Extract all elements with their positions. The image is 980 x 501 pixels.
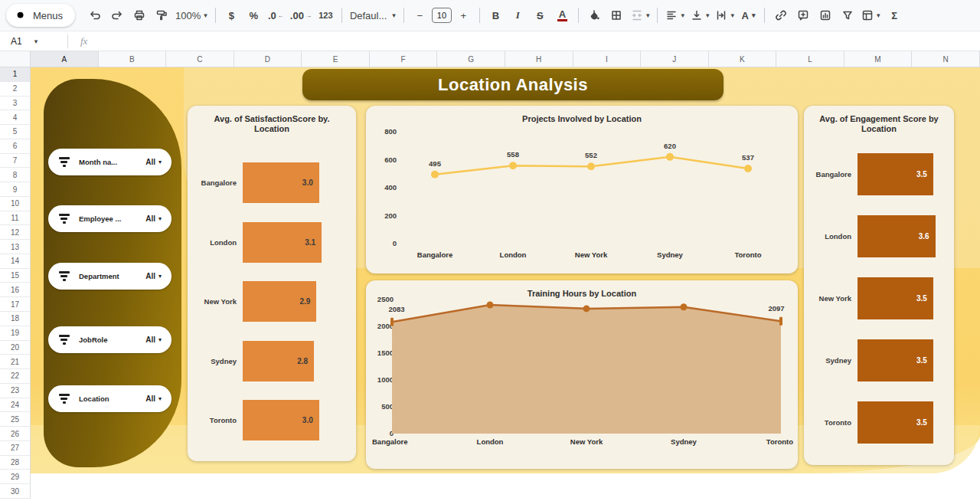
y-tick-label: 0 — [393, 239, 397, 247]
text-rotation-button[interactable]: A ▾ — [738, 5, 759, 26]
select-all-corner[interactable] — [0, 51, 31, 67]
row-header-21[interactable]: 21 — [0, 355, 31, 369]
table-tools-button[interactable]: ▾ — [859, 5, 883, 26]
row-header-7[interactable]: 7 — [0, 154, 31, 169]
row-header-19[interactable]: 19 — [0, 326, 31, 341]
slicer-month-na---[interactable]: Month na...All▾ — [48, 149, 172, 175]
increase-font-size-button[interactable]: + — [453, 5, 474, 26]
column-header-B[interactable]: B — [99, 51, 167, 67]
paint-format-button[interactable] — [151, 5, 172, 26]
print-button[interactable] — [129, 5, 149, 26]
column-header-G[interactable]: G — [437, 51, 505, 67]
row-header-12[interactable]: 12 — [0, 225, 31, 240]
insert-comment-button[interactable] — [792, 5, 813, 26]
chart-title: Avg. of SatisfactionScore by. Location — [188, 106, 356, 134]
name-box[interactable]: A1 ▾ — [0, 36, 67, 47]
column-header-A[interactable]: A — [31, 51, 99, 67]
functions-button[interactable]: Σ — [884, 5, 905, 26]
row-header-16[interactable]: 16 — [0, 283, 31, 297]
column-header-H[interactable]: H — [505, 51, 573, 67]
font-size-input[interactable]: 10 — [432, 8, 452, 23]
bar-row: Toronto3.0 — [188, 391, 356, 450]
column-header-M[interactable]: M — [844, 51, 913, 67]
text-color-icon: A — [557, 10, 567, 21]
merge-cells-button[interactable]: ▾ — [629, 5, 652, 26]
italic-button[interactable]: I — [508, 5, 528, 26]
font-dropdown[interactable]: Defaul... ▾ — [348, 5, 398, 26]
row-header-9[interactable]: 9 — [0, 182, 31, 197]
column-header-N[interactable]: N — [912, 51, 980, 67]
column-header-E[interactable]: E — [302, 51, 370, 67]
row-header-17[interactable]: 17 — [0, 297, 31, 312]
redo-button[interactable] — [106, 5, 127, 26]
zoom-dropdown[interactable]: 100% ▾ — [173, 5, 210, 26]
chart-projects-involved[interactable]: Projects Involved by Location 8006004002… — [366, 106, 798, 273]
row-header-1[interactable]: 1 — [0, 67, 31, 82]
insert-link-button[interactable] — [770, 5, 791, 26]
row-header-3[interactable]: 3 — [0, 97, 31, 111]
x-tick-label: Bangalore — [372, 437, 407, 446]
slicer-employee----[interactable]: Employee ...All▾ — [48, 205, 172, 232]
row-header-25[interactable]: 25 — [0, 412, 31, 427]
slicer-value: All — [145, 395, 155, 403]
chart-training-hours[interactable]: Training Hours by Location 2500200015001… — [366, 280, 798, 469]
row-header-8[interactable]: 8 — [0, 168, 31, 182]
row-header-14[interactable]: 14 — [0, 254, 31, 269]
format-percent-button[interactable]: % — [243, 5, 264, 26]
row-header-26[interactable]: 26 — [0, 427, 31, 441]
row-header-28[interactable]: 28 — [0, 456, 31, 470]
column-header-I[interactable]: I — [573, 51, 642, 67]
undo-button[interactable] — [84, 5, 105, 26]
row-header-15[interactable]: 15 — [0, 269, 31, 283]
decrease-decimal-button[interactable]: .0← — [266, 5, 286, 26]
number-format-button[interactable]: 123 — [315, 5, 336, 26]
column-header-F[interactable]: F — [370, 51, 438, 67]
decrease-font-size-button[interactable]: − — [410, 5, 430, 26]
column-header-J[interactable]: J — [641, 51, 709, 67]
row-header-18[interactable]: 18 — [0, 312, 31, 326]
row-header-29[interactable]: 29 — [0, 470, 31, 484]
row-header-4[interactable]: 4 — [0, 110, 31, 125]
slicer-value: All — [145, 158, 155, 166]
slicer-location[interactable]: LocationAll▾ — [48, 385, 172, 412]
column-header-D[interactable]: D — [234, 51, 302, 67]
fill-color-button[interactable] — [584, 5, 605, 26]
create-filter-button[interactable] — [837, 5, 858, 26]
row-header-2[interactable]: 2 — [0, 82, 31, 97]
borders-icon — [610, 9, 622, 21]
insert-chart-button[interactable] — [815, 5, 835, 26]
strikethrough-button[interactable]: S — [530, 5, 550, 26]
format-currency-button[interactable]: $ — [221, 5, 242, 26]
row-header-13[interactable]: 13 — [0, 240, 31, 254]
increase-decimal-button[interactable]: .00→ — [288, 5, 314, 26]
category-label: Toronto — [188, 416, 243, 424]
slicer-jobrole[interactable]: JobRoleAll▾ — [48, 326, 172, 353]
y-tick-label: 400 — [384, 183, 397, 192]
column-header-C[interactable]: C — [166, 51, 234, 67]
column-header-K[interactable]: K — [709, 51, 777, 67]
row-header-30[interactable]: 30 — [0, 484, 31, 499]
vertical-align-button[interactable]: ▾ — [688, 5, 712, 26]
undo-icon — [89, 9, 101, 21]
slicer-department[interactable]: DepartmentAll▾ — [48, 263, 172, 290]
row-header-27[interactable]: 27 — [0, 441, 31, 456]
row-header-23[interactable]: 23 — [0, 384, 31, 398]
chart-satisfaction-score[interactable]: Avg. of SatisfactionScore by. Location B… — [188, 106, 356, 461]
row-header-20[interactable]: 20 — [0, 341, 31, 355]
row-header-6[interactable]: 6 — [0, 139, 31, 154]
row-header-10[interactable]: 10 — [0, 197, 31, 211]
text-color-button[interactable]: A — [552, 5, 573, 26]
x-tick-label: Sydney — [657, 250, 684, 259]
row-header-22[interactable]: 22 — [0, 369, 31, 384]
fx-icon: fx — [80, 35, 87, 47]
menus-button[interactable]: Menus — [6, 4, 75, 27]
text-wrapping-button[interactable]: ▾ — [713, 5, 737, 26]
row-header-24[interactable]: 24 — [0, 398, 31, 413]
borders-button[interactable] — [606, 5, 627, 26]
column-header-L[interactable]: L — [776, 51, 844, 67]
bold-button[interactable]: B — [485, 5, 506, 26]
row-header-11[interactable]: 11 — [0, 211, 31, 226]
row-header-5[interactable]: 5 — [0, 125, 31, 139]
chart-engagement-score[interactable]: Avg. of Engagement Score by Location Ban… — [804, 106, 954, 465]
horizontal-align-button[interactable]: ▾ — [663, 5, 687, 26]
